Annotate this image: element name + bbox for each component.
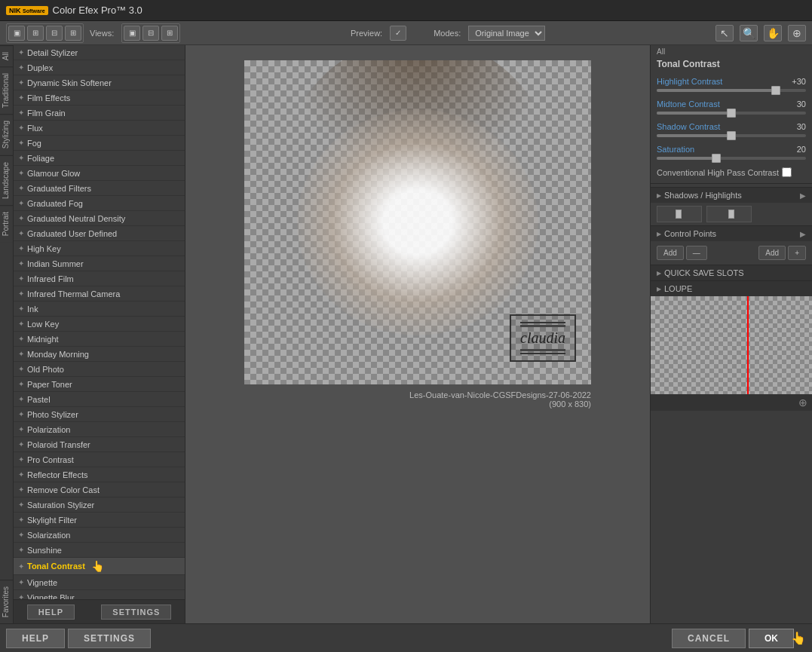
sh-slider-1[interactable] xyxy=(657,206,702,222)
shadows-highlights-header[interactable]: ▶ Shadows / Highlights ▶ xyxy=(651,188,812,203)
cp-add-btn-2[interactable]: Add xyxy=(758,246,786,260)
filter-item[interactable]: ✦Solarization xyxy=(14,528,185,543)
settings-btn[interactable]: SETTINGS xyxy=(68,629,151,648)
filter-item[interactable]: ✦Tonal Contrast👆 xyxy=(14,558,185,575)
filter-item[interactable]: ✦Old Photo xyxy=(14,362,185,377)
filter-item[interactable]: ✦Detail Stylizer xyxy=(14,45,185,60)
filter-item[interactable]: ✦Glamour Glow xyxy=(14,166,185,181)
conventional-highpass-checkbox[interactable] xyxy=(782,167,792,177)
filter-item[interactable]: ✦Midnight xyxy=(14,332,185,347)
preview-toggle[interactable]: ✓ xyxy=(390,26,406,41)
filter-item[interactable]: ✦Graduated Filters xyxy=(14,181,185,196)
filter-star-icon: ✦ xyxy=(18,455,24,464)
cp-remove-btn-1[interactable]: — xyxy=(686,246,707,260)
filter-item[interactable]: ✦Graduated User Defined xyxy=(14,226,185,241)
param-row: Saturation20 xyxy=(651,142,812,164)
filter-item[interactable]: ✦Indian Summer xyxy=(14,256,185,271)
filter-item[interactable]: ✦Low Key xyxy=(14,317,185,332)
cp-remove-btn-2[interactable]: + xyxy=(788,246,806,260)
filter-name-label: Glamour Glow xyxy=(27,169,80,178)
canvas-view-3[interactable]: ⊞ xyxy=(161,26,178,41)
help-btn[interactable]: HELP xyxy=(6,629,65,648)
filter-name-label: Polaroid Transfer xyxy=(27,440,90,449)
control-points-header[interactable]: ▶ Control Points ▶ xyxy=(651,226,812,241)
grid-view-btn[interactable]: ⊞ xyxy=(65,26,81,41)
settings-button[interactable]: SETTINGS xyxy=(101,605,171,620)
filter-item[interactable]: ✦Infrared Thermal Camera xyxy=(14,286,185,302)
tab-traditional[interactable]: Traditional xyxy=(0,66,13,114)
filter-item[interactable]: ✦Sunshine xyxy=(14,543,185,558)
tab-portrait[interactable]: Portrait xyxy=(0,205,13,242)
modes-label: Modes: xyxy=(434,29,461,38)
filter-name-label: Vignette Blur xyxy=(27,593,75,600)
filter-item[interactable]: ✦Vignette Blur xyxy=(14,590,185,599)
filter-item[interactable]: ✦Film Grain xyxy=(14,106,185,121)
filter-item[interactable]: ✦Ink xyxy=(14,302,185,317)
hand-tool[interactable]: ✋ xyxy=(764,25,782,41)
tab-favorites[interactable]: Favorites xyxy=(0,580,13,623)
arrow-tool[interactable]: ↖ xyxy=(715,25,734,41)
param-label[interactable]: Midtone Contrast xyxy=(657,99,720,109)
param-label[interactable]: Shadow Contrast xyxy=(657,122,720,131)
filter-item[interactable]: ✦Skylight Filter xyxy=(14,513,185,528)
filter-item[interactable]: ✦Pro Contrast xyxy=(14,452,185,467)
split-view-btn[interactable]: ⊞ xyxy=(27,26,44,41)
filter-star-icon: ✦ xyxy=(18,380,24,388)
filter-item[interactable]: ✦Remove Color Cast xyxy=(14,482,185,497)
tab-all[interactable]: All xyxy=(0,45,13,66)
loupe-crosshair-icon[interactable]: ⊕ xyxy=(798,396,807,409)
param-slider-fill xyxy=(657,112,731,115)
filter-item[interactable]: ✦Infrared Film xyxy=(14,271,185,286)
param-slider-thumb[interactable] xyxy=(712,154,721,163)
param-slider-thumb[interactable] xyxy=(727,131,736,140)
filter-item[interactable]: ✦High Key xyxy=(14,241,185,256)
filter-item[interactable]: ✦Graduated Fog xyxy=(14,196,185,211)
param-label[interactable]: Highlight Contrast xyxy=(657,77,722,86)
filter-name-label: Ink xyxy=(27,305,38,314)
cancel-btn[interactable]: CANCEL xyxy=(672,629,746,648)
param-slider-track[interactable] xyxy=(657,112,806,115)
filter-item[interactable]: ✦Polaroid Transfer xyxy=(14,437,185,452)
tab-stylizing[interactable]: Stylizing xyxy=(0,114,13,155)
filter-item[interactable]: ✦Fog xyxy=(14,136,185,151)
color-picker-tool[interactable]: ⊕ xyxy=(788,25,806,41)
filter-item[interactable]: ✦Vignette xyxy=(14,575,185,590)
single-view-btn[interactable]: ▣ xyxy=(8,26,25,41)
param-slider-track[interactable] xyxy=(657,157,806,160)
filter-item[interactable]: ✦Pastel xyxy=(14,392,185,407)
filter-item[interactable]: ✦Photo Stylizer xyxy=(14,407,185,422)
filter-item[interactable]: ✦Polarization xyxy=(14,422,185,437)
filter-item[interactable]: ✦Monday Morning xyxy=(14,347,185,362)
param-slider-thumb[interactable] xyxy=(771,86,780,95)
filter-item[interactable]: ✦Duplex xyxy=(14,60,185,75)
param-value: +30 xyxy=(792,77,806,86)
filter-item[interactable]: ✦Dynamic Skin Softener xyxy=(14,75,185,90)
param-slider-track[interactable] xyxy=(657,89,806,92)
param-slider-fill xyxy=(657,134,731,137)
help-button[interactable]: HELP xyxy=(27,605,75,620)
filter-item[interactable]: ✦Saturation Stylizer xyxy=(14,497,185,513)
compare-view-btn[interactable]: ⊟ xyxy=(46,26,63,41)
filter-item[interactable]: ✦Paper Toner xyxy=(14,377,185,392)
param-slider-track[interactable] xyxy=(657,134,806,137)
zoom-tool[interactable]: 🔍 xyxy=(740,25,758,41)
filter-item[interactable]: ✦Graduated Neutral Density xyxy=(14,211,185,226)
filter-item[interactable]: ✦Foliage xyxy=(14,151,185,166)
canvas-image[interactable]: claudia xyxy=(244,60,591,384)
canvas-view-2[interactable]: ⊟ xyxy=(142,26,159,41)
tab-landscape[interactable]: Landscape xyxy=(0,155,13,205)
filter-item[interactable]: ✦Film Effects xyxy=(14,90,185,106)
sh-slider-2[interactable] xyxy=(706,206,752,222)
modes-select[interactable]: Original Image xyxy=(468,26,545,41)
ok-btn[interactable]: OK xyxy=(749,629,794,648)
param-slider-thumb[interactable] xyxy=(727,109,736,118)
filter-star-icon: ✦ xyxy=(18,244,24,253)
right-buttons: CANCEL OK 👆 xyxy=(672,629,806,648)
quick-save-header[interactable]: ▶ QUICK SAVE SLOTS xyxy=(651,265,812,280)
filter-item[interactable]: ✦Reflector Effects xyxy=(14,467,185,482)
param-label[interactable]: Saturation xyxy=(657,145,694,154)
canvas-view-1[interactable]: ▣ xyxy=(124,26,140,41)
filter-star-icon: ✦ xyxy=(18,593,24,599)
cp-add-btn-1[interactable]: Add xyxy=(657,246,684,260)
filter-item[interactable]: ✦Flux xyxy=(14,121,185,136)
